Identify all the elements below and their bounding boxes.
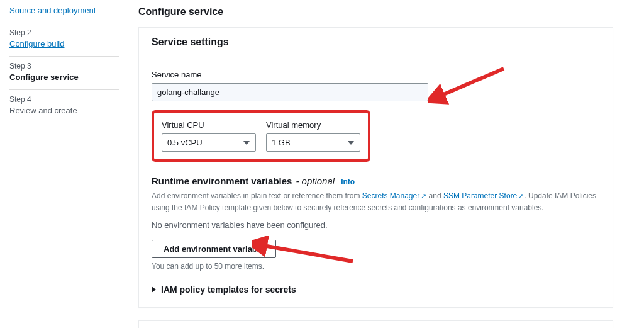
- vcpu-label: Virtual CPU: [162, 120, 256, 130]
- optional-label: - optional: [296, 176, 335, 186]
- step-source-deployment-link[interactable]: Source and deployment: [9, 6, 96, 15]
- add-env-var-button[interactable]: Add environment variable: [152, 240, 276, 258]
- step-2: Step 2 Configure build: [9, 23, 119, 57]
- wizard-steps-sidebar: Source and deployment Step 2 Configure b…: [0, 0, 129, 328]
- service-name-input[interactable]: [152, 83, 428, 101]
- env-vars-title: Runtime environment variables: [152, 176, 292, 186]
- external-link-icon: ↗: [518, 191, 524, 202]
- ssm-parameter-store-link[interactable]: SSM Parameter Store: [443, 191, 517, 200]
- vmem-select[interactable]: 1 GB: [266, 133, 360, 152]
- env-vars-empty: No environment variables have been confi…: [152, 220, 600, 230]
- step-num: Step 3: [9, 62, 119, 71]
- iam-templates-expander[interactable]: IAM policy templates for secrets: [152, 285, 600, 295]
- env-vars-help: Add environment variables in plain text …: [152, 190, 600, 214]
- secrets-manager-link[interactable]: Secrets Manager: [362, 191, 419, 200]
- step-review-create: Review and create: [9, 106, 77, 115]
- step-num: Step 2: [9, 28, 119, 37]
- vcpu-select[interactable]: 0.5 vCPU: [162, 133, 256, 152]
- env-var-limit-note: You can add up to 50 more items.: [152, 262, 600, 271]
- step-1: Source and deployment: [9, 0, 119, 23]
- step-3: Step 3 Configure service: [9, 57, 119, 90]
- auto-scaling-panel: Auto scaling Info Configure automatic sc…: [138, 320, 613, 328]
- step-4: Step 4 Review and create: [9, 90, 119, 123]
- vmem-label: Virtual memory: [266, 120, 360, 130]
- service-name-label: Service name: [152, 70, 600, 79]
- external-link-icon: ↗: [421, 191, 426, 202]
- step-num: Step 4: [9, 95, 119, 104]
- info-link[interactable]: Info: [341, 178, 355, 186]
- step-configure-build-link[interactable]: Configure build: [9, 39, 64, 48]
- main-content: Configure service Service settings Servi…: [129, 0, 626, 328]
- step-configure-service-current: Configure service: [9, 72, 79, 82]
- service-settings-panel: Service settings Service name Virtual CP…: [138, 27, 613, 308]
- annotation-arrow-1: [428, 62, 510, 106]
- page-title: Configure service: [138, 6, 613, 18]
- cpu-memory-group: Virtual CPU 0.5 vCPU Virtual memory 1 GB: [152, 110, 370, 162]
- env-vars-heading: Runtime environment variables - optional…: [152, 176, 600, 186]
- caret-right-icon: [152, 286, 156, 293]
- panel-header: Service settings: [139, 28, 613, 57]
- iam-templates-label: IAM policy templates for secrets: [161, 285, 296, 295]
